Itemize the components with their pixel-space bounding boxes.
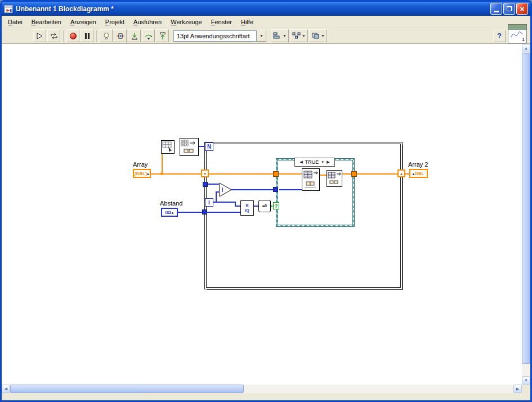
distribute-objects-icon [292, 32, 301, 39]
case-right-orange-tunnel[interactable] [351, 171, 357, 177]
loop-iteration-terminal[interactable]: i [205, 198, 213, 207]
insert-into-array-icon[interactable] [302, 168, 320, 193]
step-over-button[interactable] [142, 29, 155, 42]
compare-function[interactable] [219, 182, 233, 199]
block-diagram-canvas[interactable]: R IQ =0 [2, 44, 522, 385]
wire-compare-to-case[interactable] [231, 189, 274, 190]
menu-bearbeiten[interactable]: Bearbeiten [27, 17, 66, 27]
abstand-label[interactable]: Abstand [160, 200, 182, 207]
font-selector[interactable]: 13pt Anwendungsschriftart ▼ [173, 30, 266, 42]
abstand-control-terminal[interactable]: I32 ▸ [161, 208, 178, 217]
equal-zero-label: =0 [262, 204, 267, 208]
case-left-orange-tunnel[interactable] [273, 171, 279, 177]
wire-loop-to-case[interactable] [209, 173, 273, 175]
menu-fenster[interactable]: Fenster [207, 17, 236, 27]
data-flow-arrow-icon: ▸ [413, 172, 414, 176]
scroll-up-button[interactable]: ▲ [522, 44, 530, 52]
highlight-execution-button[interactable] [100, 29, 113, 42]
retain-wire-values-button[interactable] [114, 29, 127, 42]
stacked-shift-register-element[interactable] [203, 182, 208, 187]
chevron-down-icon: ▼ [260, 34, 263, 38]
abstand-tunnel[interactable] [202, 209, 207, 215]
case-left-blue-tunnel[interactable] [273, 187, 278, 192]
menu-bar: Datei Bearbeiten Anzeigen Projekt Ausfüh… [2, 16, 530, 28]
pause-button[interactable] [81, 29, 93, 42]
right-shift-register[interactable]: ▲ [397, 169, 405, 177]
equal-to-zero-function[interactable]: =0 [258, 200, 271, 212]
close-button[interactable]: × [516, 3, 528, 15]
abort-icon [70, 33, 77, 39]
menu-hilfe[interactable]: Hilfe [236, 17, 258, 27]
run-continuous-button[interactable] [47, 29, 60, 42]
wire-abstand-to-quotient[interactable] [178, 212, 240, 213]
quotient-r-label: R [245, 204, 248, 208]
wire-array-branch-up[interactable] [162, 154, 163, 175]
array-label[interactable]: Array [133, 161, 147, 168]
context-help-button[interactable]: ? [493, 30, 506, 42]
scroll-left-button[interactable]: ◀ [2, 385, 10, 393]
lightbulb-icon [102, 32, 110, 40]
wire-arraysize-to-count[interactable] [199, 146, 205, 147]
step-into-icon [131, 32, 138, 40]
wire-quotient-to-eq0[interactable] [254, 206, 258, 207]
quotient-remainder-function[interactable]: R IQ [240, 200, 254, 216]
wire-loop-to-array2[interactable] [405, 173, 409, 175]
menu-anzeigen[interactable]: Anzeigen [66, 17, 101, 27]
vertical-scrollbar-thumb[interactable] [522, 53, 530, 364]
array2-label[interactable]: Array 2 [408, 161, 428, 168]
menu-ausfuehren[interactable]: Ausführen [129, 17, 166, 27]
horizontal-scrollbar-thumb[interactable] [10, 385, 244, 393]
step-out-button[interactable] [156, 29, 169, 42]
wire-shiftreg-to-compare[interactable] [208, 184, 219, 185]
toolbar-separator [63, 30, 64, 42]
vi-icon-button[interactable]: 1 [508, 24, 527, 43]
font-selector-dropdown-button[interactable]: ▼ [257, 30, 266, 42]
wire-case-right[interactable] [342, 173, 351, 175]
menu-datei[interactable]: Datei [3, 17, 27, 27]
array-size-icon[interactable] [180, 138, 199, 158]
case-selector-value[interactable]: TRUE [305, 159, 319, 165]
loop-count-terminal[interactable]: N [205, 142, 213, 151]
step-into-button[interactable] [128, 29, 141, 42]
scroll-right-button[interactable]: ▶ [513, 385, 522, 393]
count-label: N [207, 144, 211, 150]
minimize-button[interactable] [490, 3, 502, 15]
delete-from-array-icon[interactable] [327, 170, 342, 189]
shift-up-icon: ▲ [400, 172, 404, 176]
menu-projekt[interactable]: Projekt [101, 17, 129, 27]
wire-i-output[interactable] [213, 202, 236, 203]
wire-case-to-loopedge[interactable] [357, 173, 397, 175]
run-button[interactable] [33, 29, 46, 42]
left-shift-register[interactable]: ▼ [201, 169, 209, 177]
wire-i-branch-up[interactable] [216, 192, 217, 202]
array-control-terminal[interactable]: [DBL] ▸ [133, 169, 151, 178]
horizontal-scrollbar[interactable]: ◀ ▶ [2, 385, 522, 393]
previous-case-icon[interactable]: ◀ [299, 160, 302, 164]
wire-case-index[interactable] [279, 189, 302, 190]
labview-app-icon [4, 5, 13, 14]
case-dropdown-icon[interactable]: ▼ [321, 160, 324, 164]
distribute-objects-button[interactable]: ▼ [290, 29, 308, 42]
menu-werkzeuge[interactable]: Werkzeuge [166, 17, 206, 27]
title-bar[interactable]: Unbenannt 1 Blockdiagramm * × [2, 2, 530, 16]
reorder-button[interactable]: ▼ [309, 29, 327, 42]
abstand-type-label: I32 [165, 210, 171, 215]
wire-case-left[interactable] [279, 173, 302, 175]
array-constant-icon[interactable] [161, 140, 175, 156]
wire-case-mid[interactable] [320, 175, 327, 176]
case-selector-label[interactable]: ◀ TRUE ▼ ▶ [294, 158, 335, 167]
wire-array-to-loop[interactable] [151, 173, 205, 175]
font-selector-value[interactable]: 13pt Anwendungsschriftart [173, 30, 257, 42]
scroll-down-button[interactable]: ▼ [522, 376, 530, 385]
probe-icon [116, 32, 125, 40]
next-case-icon[interactable]: ▶ [327, 160, 329, 164]
align-objects-button[interactable]: ▼ [271, 29, 289, 42]
step-over-icon [144, 32, 153, 40]
restore-button[interactable] [503, 3, 515, 15]
abort-button[interactable] [66, 29, 79, 42]
window-bottom-strip [2, 393, 530, 400]
vertical-scrollbar[interactable]: ▲ ▼ [522, 44, 530, 385]
case-selector-terminal[interactable]: ? [273, 202, 279, 209]
array2-indicator-terminal[interactable]: ▸ DBL [409, 169, 428, 178]
wire-i-to-quotient[interactable] [235, 206, 240, 207]
